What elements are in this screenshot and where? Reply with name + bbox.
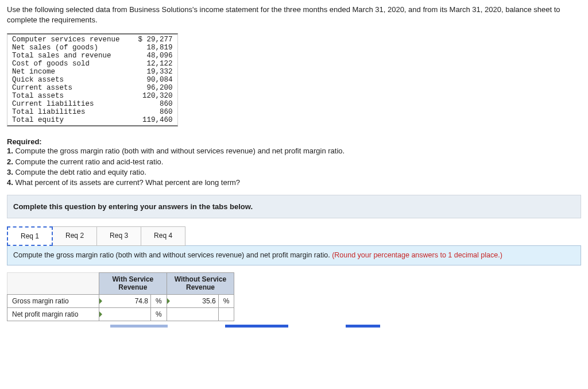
tab-req-1[interactable]: Req 1	[7, 226, 53, 246]
data-value: 119,460	[125, 116, 177, 124]
field-notch-icon	[99, 298, 102, 304]
data-label: Total equity	[7, 116, 125, 124]
tab-strip: Req 1 Req 2 Req 3 Req 4	[7, 226, 581, 246]
data-value: 120,320	[125, 92, 177, 100]
data-value: 18,819	[125, 44, 177, 52]
tab-req-3[interactable]: Req 3	[96, 226, 141, 246]
answer-table: With Service Revenue Without Service Rev…	[7, 272, 234, 321]
required-item: 4. What percent of its assets are curren…	[7, 178, 581, 188]
data-label: Computer services revenue	[7, 36, 125, 44]
data-value: 860	[125, 100, 177, 108]
col-header-with-service: With Service Revenue	[99, 273, 167, 295]
footer-decoration	[7, 325, 581, 328]
data-label: Current assets	[7, 84, 125, 92]
unit-percent: %	[218, 294, 234, 307]
data-label: Cost of goods sold	[7, 60, 125, 68]
required-item: 1. Compute the gross margin ratio (both …	[7, 146, 581, 156]
data-label: Current liabilities	[7, 100, 125, 108]
data-label: Quick assets	[7, 76, 125, 84]
input-net-profit-without[interactable]	[167, 307, 218, 321]
col-header-without-service: Without Service Revenue	[167, 273, 234, 295]
required-item: 3. Compute the debt ratio and equity rat…	[7, 167, 581, 178]
required-heading: Required:	[7, 137, 581, 146]
required-item: 2. Compute the current ratio and acid-te…	[7, 157, 581, 167]
tab-content-prompt: Compute the gross margin ratio (both wit…	[7, 245, 581, 265]
instruction-banner: Complete this question by entering your …	[7, 195, 581, 218]
tab-req-2[interactable]: Req 2	[52, 226, 97, 246]
data-label: Net income	[7, 68, 125, 76]
corner-cell	[7, 273, 99, 295]
unit-blank	[218, 307, 234, 321]
data-value: 19,332	[125, 68, 177, 76]
input-net-profit-with[interactable]	[99, 307, 151, 321]
data-value: 48,096	[125, 52, 177, 60]
data-value: 12,122	[125, 60, 177, 68]
data-label: Total sales and revenue	[7, 52, 125, 60]
financial-data-table: Computer services revenue$ 29,277Net sal…	[7, 33, 178, 126]
required-list: 1. Compute the gross margin ratio (both …	[7, 146, 581, 188]
intro-text: Use the following selected data from Bus…	[7, 5, 581, 25]
data-label: Total liabilities	[7, 108, 125, 116]
field-notch-icon	[99, 311, 102, 317]
data-value: $ 29,277	[125, 36, 177, 44]
row-label-net-profit: Net profit margin ratio	[7, 307, 99, 321]
data-label: Total assets	[7, 92, 125, 100]
input-gross-margin-without[interactable]: 35.6	[167, 294, 218, 307]
tab-req-4[interactable]: Req 4	[141, 226, 185, 246]
data-label: Net sales (of goods)	[7, 44, 125, 52]
field-notch-icon	[167, 298, 170, 304]
data-value: 96,200	[125, 84, 177, 92]
unit-percent: %	[151, 294, 167, 307]
unit-percent: %	[151, 307, 167, 321]
data-value: 90,084	[125, 76, 177, 84]
input-gross-margin-with[interactable]: 74.8	[99, 294, 151, 307]
row-label-gross-margin: Gross margin ratio	[7, 294, 99, 307]
data-value: 860	[125, 108, 177, 116]
